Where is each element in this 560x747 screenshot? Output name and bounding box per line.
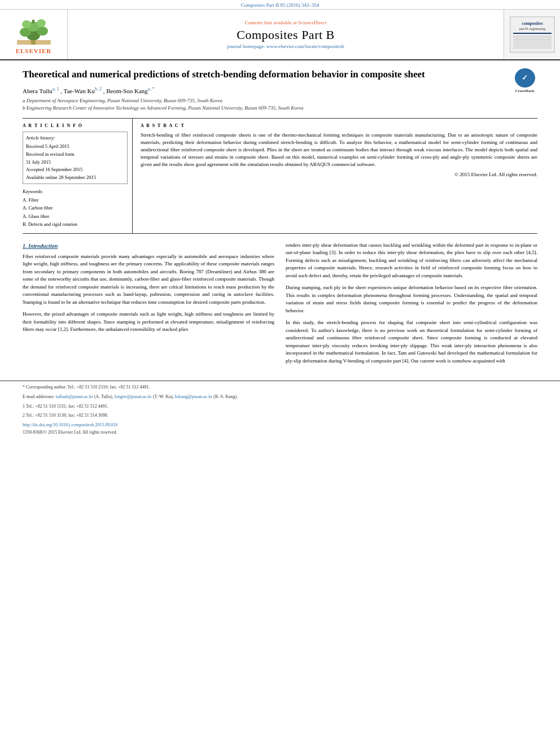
- author3-sup: a, *: [148, 86, 155, 91]
- received-revised-label: Received in revised form: [26, 151, 124, 159]
- author2-name: , Tae-Wan Ku: [60, 88, 95, 94]
- composites-logo-svg: composites part B: engineering: [510, 17, 554, 52]
- composites-logo-box: composites part B: engineering: [504, 10, 560, 59]
- keywords-block: Keywords: A. Fibre A. Carbon fibre A. Gl…: [23, 187, 128, 228]
- journal-citation: Composites Part B 85 (2016) 343–354: [241, 2, 320, 8]
- crossmark-badge[interactable]: ✓ CrossMark: [512, 68, 537, 94]
- accepted-date: Accepted 16 September 2015: [26, 166, 124, 174]
- abstract-text: Stretch-bending of fiber reinforced comp…: [141, 132, 537, 168]
- abstract-copyright: © 2015 Elsevier Ltd. All rights reserved…: [141, 172, 537, 177]
- author3-name: , Beom-Soo Kang: [103, 88, 148, 94]
- article-info-heading: A R T I C L E I N F O: [23, 123, 128, 128]
- body-column-right: renders inter-ply shear deformation that…: [286, 242, 537, 370]
- journal-title: Composites Part B: [237, 28, 335, 42]
- abstract-heading: A B S T R A C T: [141, 123, 537, 128]
- affiliation-b: b Engineering Research Center of Innovat…: [23, 104, 537, 112]
- article-content: Theoretical and numerical predictions of…: [0, 60, 560, 375]
- author1-name: Abera Tullu: [23, 88, 53, 94]
- revised-date: 31 July 2015: [26, 159, 124, 167]
- received-date: Received 5 April 2015: [26, 143, 124, 151]
- svg-point-6: [37, 19, 46, 27]
- sciencedirect-name: ScienceDirect: [298, 20, 326, 25]
- keyword-3: A. Glass fibre: [23, 212, 128, 220]
- abstract-panel: A B S T R A C T Stretch-bending of fiber…: [133, 119, 537, 233]
- intro-paragraph-2: However, the prized advantages of compos…: [23, 311, 274, 334]
- issn-copyright: 1359-8368/© 2015 Elsevier Ltd. All right…: [23, 429, 537, 436]
- affiliation-a: a Department of Aerospace Engineering, P…: [23, 97, 537, 105]
- journal-center: Contents lists available at ScienceDirec…: [68, 10, 504, 59]
- section1-heading: 1. Introduction: [23, 242, 274, 250]
- svg-rect-8: [17, 40, 51, 45]
- journal-homepage: journal homepage: www.elsevier.com/locat…: [227, 43, 344, 49]
- keyword-2: A. Carbon fibre: [23, 204, 128, 212]
- history-label: Article history:: [26, 134, 124, 142]
- footnote-1: 1 Tel.: +82 51 510 1531; fax: +82 51 512…: [23, 403, 537, 410]
- composites-journal-logo: composites part B: engineering: [510, 16, 555, 53]
- footnote-2: 2 Tel.: +82 51 510 3130; fax: +82 51 514…: [23, 412, 537, 420]
- body-columns: 1. Introduction Fiber reinforced composi…: [23, 242, 537, 370]
- journal-citation-bar: Composites Part B 85 (2016) 343–354: [0, 0, 560, 10]
- svg-text:part B: engineering: part B: engineering: [519, 27, 545, 30]
- keyword-1: A. Fibre: [23, 196, 128, 204]
- homepage-url: www.elsevier.com/locate/compositesb: [266, 43, 344, 49]
- corresponding-author-note: * Corresponding author. Tel.: +82 51 510…: [23, 384, 537, 391]
- author1-sup: a, 1: [53, 86, 59, 91]
- keywords-label: Keywords:: [23, 187, 128, 195]
- email-addresses: E-mail addresses: tulluab@pusan.ac.kr (A…: [23, 394, 537, 401]
- article-meta-section: A R T I C L E I N F O Article history: R…: [23, 118, 537, 234]
- svg-rect-12: [513, 33, 552, 34]
- col2-paragraph-3: In this study, the stretch-bending proce…: [286, 319, 537, 365]
- crossmark-circle: ✓: [515, 68, 535, 88]
- affiliations: a Department of Aerospace Engineering, P…: [23, 97, 537, 112]
- keyword-4: B. Defects and rigid rotation: [23, 220, 128, 228]
- author2-sup: b, 2: [95, 86, 102, 91]
- crossmark-label: CrossMark: [515, 89, 534, 94]
- intro-paragraph-1: Fiber reinforced composite materials pro…: [23, 253, 274, 307]
- elsevier-tree-icon: [14, 15, 54, 46]
- svg-rect-7: [32, 20, 34, 23]
- article-info-panel: A R T I C L E I N F O Article history: R…: [23, 119, 133, 233]
- authors-line: Abera Tullua, 1 , Tae-Wan Kub, 2 , Beom-…: [23, 86, 537, 94]
- email-1[interactable]: tulluab@pusan.ac.kr: [56, 394, 93, 399]
- article-title: Theoretical and numerical predictions of…: [23, 68, 537, 81]
- elsevier-logo-box: ELSEVIER: [0, 10, 68, 59]
- toughness-word: toughness: [89, 261, 110, 267]
- svg-text:composites: composites: [522, 21, 542, 26]
- available-online: Available online 28 September 2015: [26, 174, 124, 182]
- email-3[interactable]: bskang@pusan.ac.kr: [175, 394, 212, 399]
- sciencedirect-link: Contents lists available at ScienceDirec…: [245, 20, 327, 25]
- body-column-left: 1. Introduction Fiber reinforced composi…: [23, 242, 274, 370]
- col2-paragraph-1: renders inter-ply shear deformation that…: [286, 242, 537, 280]
- email-label: E-mail addresses:: [23, 394, 55, 399]
- email-2[interactable]: longtw@pusan.ac.kr: [115, 394, 152, 399]
- article-history-block: Article history: Received 5 April 2015 R…: [23, 132, 128, 185]
- article-footer: * Corresponding author. Tel.: +82 51 510…: [0, 381, 560, 436]
- journal-header: ELSEVIER Contents lists available at Sci…: [0, 10, 560, 60]
- doi-link[interactable]: http://dx.doi.org/10.1016/j.compositesb.…: [23, 422, 118, 427]
- elsevier-wordmark: ELSEVIER: [16, 47, 52, 54]
- svg-point-5: [22, 20, 31, 28]
- col2-paragraph-2: During stamping, each ply in the sheet e…: [286, 284, 537, 314]
